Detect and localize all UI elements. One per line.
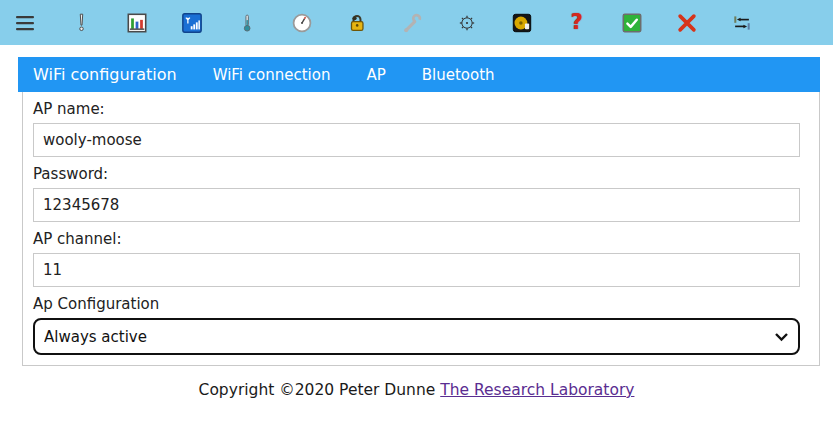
exclamation-icon[interactable] xyxy=(54,0,109,45)
copyright-text: Copyright ©2020 Peter Dunne xyxy=(199,381,441,399)
ap-configuration-select-wrap: Always active xyxy=(33,318,800,355)
password-input[interactable] xyxy=(33,188,800,222)
ap-configuration-label: Ap Configuration xyxy=(33,295,800,314)
minidisc-icon[interactable] xyxy=(494,0,549,45)
menu-icon[interactable] xyxy=(13,11,37,35)
ap-name-label: AP name: xyxy=(33,100,800,119)
wrench-icon[interactable] xyxy=(384,0,439,45)
swap-arrows-icon[interactable] xyxy=(714,0,769,45)
question-mark-icon[interactable]: ? xyxy=(549,0,604,45)
tab-wifi-configuration[interactable]: WiFi configuration xyxy=(18,65,192,84)
footer: Copyright ©2020 Peter Dunne The Research… xyxy=(0,381,833,399)
wifi-configuration-panel: AP name: Password: AP channel: Ap Config… xyxy=(22,92,820,366)
tab-wifi-connection[interactable]: WiFi connection xyxy=(198,66,346,84)
toolbar-icon-row: ? xyxy=(54,0,769,45)
tab-bluetooth[interactable]: Bluetooth xyxy=(407,66,510,84)
tab-ap[interactable]: AP xyxy=(351,66,400,84)
ap-channel-input[interactable] xyxy=(33,253,800,287)
bar-chart-icon[interactable] xyxy=(109,0,164,45)
research-laboratory-link[interactable]: The Research Laboratory xyxy=(440,381,634,399)
question-mark-glyph: ? xyxy=(570,12,582,33)
ap-channel-label: AP channel: xyxy=(33,230,800,249)
checkbox-checked-icon[interactable] xyxy=(604,0,659,45)
red-x-icon[interactable] xyxy=(659,0,714,45)
thermometer-icon[interactable] xyxy=(219,0,274,45)
padlock-icon[interactable] xyxy=(329,0,384,45)
password-label: Password: xyxy=(33,165,800,184)
ap-name-input[interactable] xyxy=(33,123,800,157)
gear-icon[interactable] xyxy=(439,0,494,45)
signal-strength-icon[interactable] xyxy=(164,0,219,45)
tab-bar: WiFi configuration WiFi connection AP Bl… xyxy=(18,57,820,92)
toolbar: ? xyxy=(0,0,833,45)
clock-icon[interactable] xyxy=(274,0,329,45)
ap-configuration-select[interactable]: Always active xyxy=(33,318,800,355)
